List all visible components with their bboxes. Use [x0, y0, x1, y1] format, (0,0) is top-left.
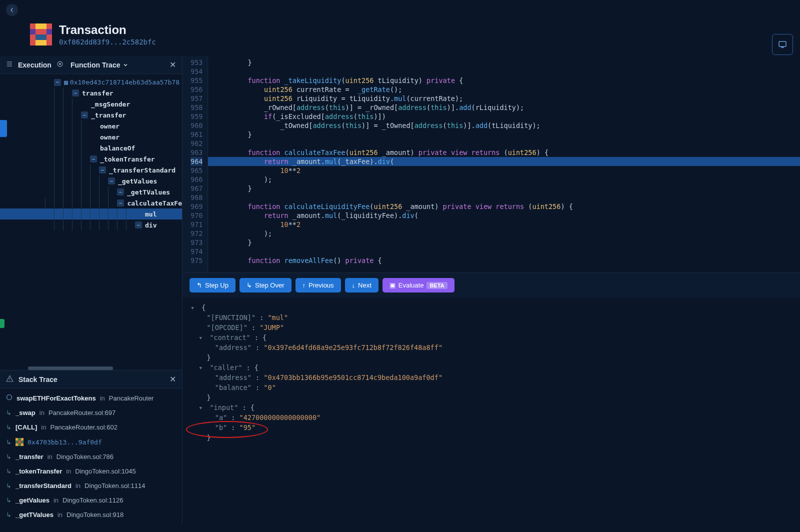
stack-frame[interactable]: ↳_getTValues in DingoToken.sol:918: [0, 508, 182, 522]
arrow-down-icon: ↓: [352, 282, 356, 289]
json-toggle[interactable]: ▾: [198, 362, 206, 372]
arrow-return-icon: ↳: [6, 511, 12, 518]
execution-panel-header: Execution Function Trace ✕: [0, 56, 182, 74]
function-trace-tree[interactable]: − ▦ 0x10ed43c718714eb63d5aa57b78 −transf…: [0, 74, 182, 370]
tree-node-_getValues[interactable]: −_getValues: [0, 176, 182, 186]
tree-collapse-icon[interactable]: −: [117, 188, 124, 196]
json-toggle[interactable]: ▾: [198, 332, 206, 342]
tree-collapse-icon[interactable]: −: [117, 200, 124, 206]
step-up-button[interactable]: ↰Step Up: [190, 278, 236, 292]
tree-node-transfer[interactable]: −transfer: [0, 88, 182, 98]
stack-frame[interactable]: ↳_swap in PancakeRouter.sol:697: [0, 406, 182, 420]
target-icon: [56, 60, 64, 69]
stack-frame[interactable]: ↳[CALL] in PancakeRouter.sol:602: [0, 420, 182, 434]
stack-frame[interactable]: ↳_getValues in DingoToken.sol:1126: [0, 493, 182, 508]
tree-node-_transfer[interactable]: −_transfer: [0, 110, 182, 120]
tree-node-calculateTaxFe[interactable]: −calculateTaxFe: [0, 198, 182, 208]
arrow-over-icon: ↳: [246, 282, 252, 289]
debug-inspector[interactable]: ▾ { "[FUNCTION]" : "mul" "[OPCODE]" : "J…: [182, 298, 800, 524]
tree-node-_transferStandard[interactable]: −_transferStandard: [0, 164, 182, 176]
tree-node-owner[interactable]: owner: [0, 132, 182, 142]
trace-mode-dropdown[interactable]: Function Trace: [70, 61, 128, 69]
arrow-return-icon: ↳: [6, 453, 12, 460]
beta-badge: BETA: [426, 282, 447, 289]
tree-collapse-icon[interactable]: −: [90, 156, 97, 162]
circle-icon: [6, 394, 12, 402]
list-icon: [6, 60, 13, 69]
tree-node-_getTValues[interactable]: −_getTValues: [0, 186, 182, 198]
tree-collapse-icon[interactable]: −: [135, 222, 142, 228]
json-toggle[interactable]: ▾: [198, 402, 206, 412]
transaction-identicon: [30, 24, 52, 46]
tree-node-_msgSender[interactable]: _msgSender: [0, 98, 182, 110]
json-toggle[interactable]: ▾: [190, 302, 198, 312]
back-button[interactable]: [6, 4, 18, 16]
tree-collapse-icon[interactable]: −: [81, 112, 88, 118]
page-header: Transaction 0xf862dd83f9...2c582bfc: [0, 20, 800, 56]
tree-root[interactable]: − ▦ 0x10ed43c718714eb63d5aa57b78: [0, 77, 182, 88]
tree-collapse-icon[interactable]: −: [108, 178, 115, 184]
close-stack-panel[interactable]: ✕: [170, 374, 176, 384]
stack-frame[interactable]: ↳_transferStandard in DingoToken.sol:111…: [0, 478, 182, 493]
stack-frame[interactable]: ↳0x4703bb13...9af0df: [0, 434, 182, 450]
arrow-return-icon: ↳: [6, 468, 12, 475]
arrow-return-icon: ↳: [6, 438, 12, 446]
tree-node-mul[interactable]: mul: [0, 208, 182, 220]
horizontal-scrollbar[interactable]: [28, 366, 113, 370]
arrow-up-turn-icon: ↰: [196, 282, 202, 289]
tree-collapse-icon[interactable]: −: [99, 166, 106, 174]
previous-button[interactable]: ↑Previous: [296, 278, 341, 292]
tree-node-owner[interactable]: owner: [0, 120, 182, 132]
svg-rect-0: [779, 42, 786, 46]
contract-mini-icon: ▦: [64, 78, 68, 86]
line-gutter: 9539549559569579589599609619629639649659…: [182, 56, 208, 272]
debug-toolbar: ↰Step Up ↳Step Over ↑Previous ↓Next ▣Eva…: [182, 272, 800, 298]
close-execution-panel[interactable]: ✕: [170, 60, 176, 70]
svg-point-2: [59, 64, 60, 65]
stack-trace-title: Stack Trace: [18, 376, 58, 384]
transaction-hash[interactable]: 0xf862dd83f9...2c582bfc: [59, 38, 156, 46]
next-button[interactable]: ↓Next: [345, 278, 378, 292]
svg-point-3: [7, 395, 12, 400]
execution-title: Execution: [18, 61, 52, 69]
evaluate-icon: ▣: [390, 282, 396, 289]
step-over-button[interactable]: ↳Step Over: [240, 278, 292, 292]
warning-icon: [6, 375, 14, 384]
code-editor[interactable]: 9539549559569579589599609619629639649659…: [182, 56, 800, 272]
page-title: Transaction: [59, 23, 156, 37]
arrow-return-icon: ↳: [6, 424, 12, 431]
tree-collapse-icon[interactable]: −: [54, 79, 61, 86]
tree-node-div[interactable]: −div: [0, 220, 182, 230]
chevron-down-icon: [123, 62, 128, 68]
arrow-up-icon: ↑: [302, 282, 306, 289]
contract-identicon: [16, 438, 24, 446]
tree-root-hash: 0x10ed43c718714eb63d5aa57b78: [70, 78, 180, 86]
arrow-return-icon: ↳: [6, 482, 12, 490]
arrow-return-icon: ↳: [6, 409, 12, 416]
header-action-button[interactable]: [772, 34, 793, 55]
evaluate-button[interactable]: ▣EvaluateBETA: [382, 278, 454, 292]
stack-frame[interactable]: ↳_tokenTransfer in DingoToken.sol:1045: [0, 464, 182, 478]
tree-node-_tokenTransfer[interactable]: −_tokenTransfer: [0, 154, 182, 164]
tree-collapse-icon[interactable]: −: [72, 90, 79, 96]
trace-mode-label: Function Trace: [70, 61, 120, 69]
stack-panel-header: Stack Trace ✕: [0, 370, 182, 388]
stack-frame[interactable]: swapETHForExactTokens in PancakeRouter: [0, 390, 182, 406]
stack-trace-list: swapETHForExactTokens in PancakeRouter↳_…: [0, 388, 182, 524]
tree-node-balanceOf[interactable]: balanceOf: [0, 142, 182, 154]
stack-frame[interactable]: ↳_transfer in DingoToken.sol:786: [0, 450, 182, 464]
code-lines[interactable]: } function _takeLiquidity(uint256 tLiqui…: [208, 56, 800, 272]
arrow-return-icon: ↳: [6, 496, 12, 504]
